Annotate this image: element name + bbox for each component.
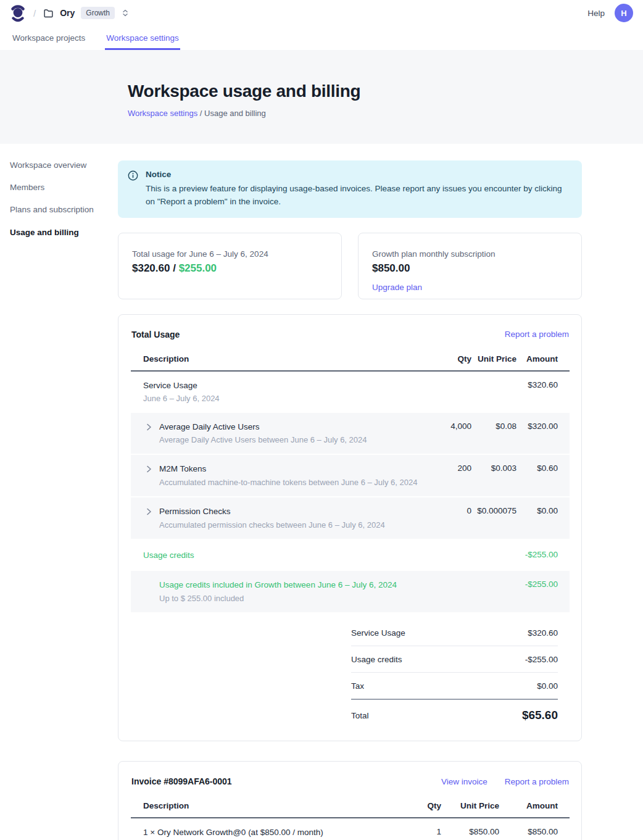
summary-row: Service Usage $320.60: [351, 620, 558, 646]
invoice-table-header: Description Qty Unit Price Amount: [131, 795, 570, 818]
row-qty: [422, 579, 471, 580]
table-row: Permission Checks Accumulated permission…: [131, 497, 570, 540]
breadcrumb: Workspace settings / Usage and billing: [128, 109, 643, 118]
row-qty: 1: [392, 826, 441, 836]
sidebar-item-members[interactable]: Members: [10, 183, 118, 193]
row-amount: $850.00: [499, 826, 558, 836]
table-row: M2M Tokens Accumulated machine-to-machin…: [131, 455, 570, 497]
usage-amount: $320.60: [132, 262, 170, 274]
summary-label: Usage credits: [351, 655, 402, 664]
subscription-amount: $850.00: [372, 262, 568, 275]
row-amount: -$255.00: [516, 549, 558, 559]
upgrade-plan-link[interactable]: Upgrade plan: [372, 283, 422, 292]
workspace-name[interactable]: Ory: [60, 8, 75, 18]
sidebar-item-plans-and-subscription[interactable]: Plans and subscription: [10, 205, 118, 215]
invoice-title: Invoice #8099AFA6-0001: [131, 776, 232, 786]
tab-workspace-projects[interactable]: Workspace projects: [11, 30, 86, 50]
summary-value: $320.60: [528, 628, 558, 638]
notice-body: This is a preview feature for displaying…: [146, 183, 571, 209]
ory-logo-icon[interactable]: [10, 4, 26, 22]
summary-row: Tax $0.00: [351, 673, 558, 700]
row-amount: -$255.00: [516, 579, 558, 589]
page-title: Workspace usage and billing: [128, 81, 643, 101]
workspace-switcher-icon[interactable]: [121, 9, 130, 17]
table-row: Usage credits included in Growth between…: [131, 571, 570, 613]
row-amount: $0.60: [516, 463, 558, 473]
usage-credit-amount: $255.00: [179, 262, 217, 274]
row-title: Average Daily Active Users: [159, 421, 367, 433]
row-unit-price: [471, 579, 516, 580]
usage-card-title: Total Usage: [131, 330, 180, 339]
row-amount: $0.00: [516, 505, 558, 515]
user-avatar[interactable]: H: [615, 4, 633, 22]
row-amount: $320.60: [516, 380, 558, 389]
summary-row: Usage credits -$255.00: [351, 646, 558, 673]
column-description: Description: [143, 354, 422, 364]
row-unit-price: $0.003: [471, 463, 516, 473]
row-unit-price: $0.08: [471, 421, 516, 431]
sidebar-item-workspace-overview[interactable]: Workspace overview: [10, 160, 118, 170]
column-qty: Qty: [392, 801, 441, 810]
row-title: Usage credits: [143, 549, 194, 562]
total-label: Total: [351, 711, 369, 720]
breadcrumb-workspace-settings-link[interactable]: Workspace settings: [128, 109, 197, 118]
row-subtitle: Up to $ 255.00 included: [159, 593, 397, 604]
summary-label: Tax: [351, 681, 364, 691]
summary-label: Service Usage: [351, 628, 405, 638]
preview-notice: Notice This is a preview feature for dis…: [118, 160, 582, 218]
usage-table-header: Description Qty Unit Price Amount: [131, 348, 570, 372]
row-qty: 0: [422, 505, 471, 515]
row-unit-price: [471, 549, 516, 550]
row-unit-price: $850.00: [441, 826, 499, 836]
row-qty: 200: [422, 463, 471, 473]
tab-workspace-settings[interactable]: Workspace settings: [105, 30, 180, 50]
total-usage-table-card: Total Usage Report a problem Description…: [118, 314, 582, 741]
breadcrumb-current: / Usage and billing: [200, 109, 266, 118]
notice-title: Notice: [146, 170, 571, 179]
report-problem-link[interactable]: Report a problem: [505, 330, 569, 339]
column-description: Description: [143, 801, 392, 810]
row-subtitle: Average Daily Active Users between June …: [159, 435, 367, 446]
usage-separator: /: [170, 262, 178, 274]
sidebar-item-usage-and-billing[interactable]: Usage and billing: [10, 228, 118, 238]
folder-icon: [43, 8, 54, 19]
row-title: Permission Checks: [159, 505, 385, 518]
expand-row-icon[interactable]: [143, 506, 154, 517]
workspace-tabs: Workspace projects Workspace settings: [0, 26, 643, 50]
view-invoice-link[interactable]: View invoice: [441, 777, 487, 786]
total-usage-label: Total usage for June 6 – July 6, 2024: [132, 249, 328, 259]
plan-badge: Growth: [81, 7, 115, 19]
table-row: 1 × Ory Network Growth@0 (at $850.00 / m…: [131, 818, 570, 840]
row-subtitle: June 6 – July 6, 2024: [143, 393, 220, 404]
expand-row-icon[interactable]: [143, 464, 154, 475]
total-usage-card: Total usage for June 6 – July 6, 2024 $3…: [118, 233, 342, 299]
top-bar: / Ory Growth Help H: [0, 0, 643, 26]
row-qty: [422, 549, 471, 550]
row-amount: $320.00: [516, 421, 558, 431]
row-title: Usage credits included in Growth between…: [159, 579, 397, 591]
expand-row-icon[interactable]: [143, 422, 154, 433]
column-unit-price: Unit Price: [471, 354, 516, 364]
breadcrumb-separator: /: [33, 8, 36, 19]
row-title: 1 × Ory Network Growth@0 (at $850.00 / m…: [143, 826, 323, 839]
info-icon: [128, 170, 138, 181]
summary-value: -$255.00: [525, 655, 558, 664]
row-qty: [422, 380, 471, 380]
table-row: Average Daily Active Users Average Daily…: [131, 413, 570, 455]
row-subtitle: Accumulated machine-to-machine tokens be…: [159, 477, 417, 488]
total-usage-value: $320.60 / $255.00: [132, 262, 328, 275]
row-unit-price: $0.000075: [471, 505, 516, 515]
invoice-card: Invoice #8099AFA6-0001 View invoice Repo…: [118, 761, 582, 840]
row-title: Service Usage: [143, 380, 220, 392]
settings-sidenav: Workspace overview Members Plans and sub…: [0, 160, 118, 840]
row-unit-price: [471, 380, 516, 380]
column-unit-price: Unit Price: [441, 801, 499, 810]
row-title: M2M Tokens: [159, 463, 417, 475]
page-hero: Workspace usage and billing Workspace se…: [0, 50, 643, 144]
report-problem-link[interactable]: Report a problem: [505, 777, 569, 786]
summary-value: $0.00: [537, 681, 558, 691]
subscription-label: Growth plan monthly subscription: [372, 249, 568, 259]
row-subtitle: Accumulated permission checks between Ju…: [159, 520, 385, 531]
help-link[interactable]: Help: [587, 9, 605, 18]
row-qty: 4,000: [422, 421, 471, 431]
